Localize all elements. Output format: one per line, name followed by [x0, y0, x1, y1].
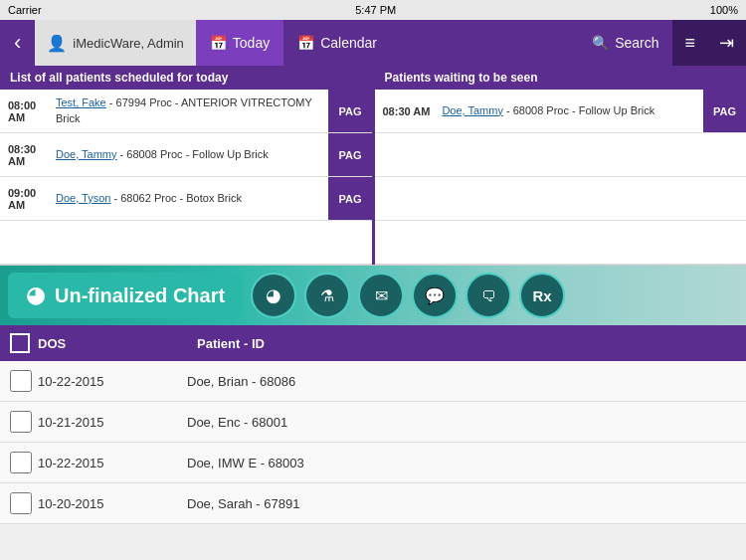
tab-today[interactable]: 📅 Today — [196, 20, 283, 66]
patient-link-2[interactable]: Doe, Tyson — [56, 192, 110, 204]
user-label: iMedicWare, Admin — [73, 36, 184, 51]
row-patient-3: Doe, Sarah - 67891 — [187, 496, 736, 511]
schedule-right-header: Patients waiting to be seen — [375, 66, 747, 90]
row-checkbox-3[interactable] — [10, 492, 32, 514]
chart-icon-message[interactable]: ✉ — [358, 273, 404, 318]
table-row-2: 10-22-2015 Doe, IMW E - 68003 — [0, 443, 746, 483]
chart-icon-chat[interactable]: 💬 — [412, 273, 458, 318]
patient-link-1[interactable]: Doe, Tammy — [56, 148, 117, 160]
search-icon: 🔍 — [592, 35, 609, 51]
pag-button-2[interactable]: PAG — [328, 177, 371, 220]
row-checkbox-0[interactable] — [10, 370, 32, 392]
waiting-item-0: 08:30 AM Doe, Tammy - 68008 Proc - Follo… — [375, 90, 747, 133]
chart-label: ◕ Un-finalized Chart — [8, 273, 243, 318]
row-dos-2: 10-22-2015 — [38, 456, 187, 470]
time-label: 5:47 PM — [355, 4, 396, 16]
row-patient-0: Doe, Brian - 68086 — [187, 374, 736, 389]
row-dos-1: 10-21-2015 — [38, 415, 187, 430]
pag-button-1[interactable]: PAG — [328, 133, 371, 176]
row-patient-2: Doe, IMW E - 68003 — [187, 456, 736, 470]
schedule-left-header: List of all patients scheduled for today — [0, 66, 372, 90]
time-1: 08:30AM — [0, 137, 52, 173]
schedule-item-2: 09:00AM Doe, Tyson - 68062 Proc - Botox … — [0, 177, 372, 221]
chart-icon-row: ◕ ⚗ ✉ 💬 🗨 Rx — [251, 273, 565, 318]
table-header: DOS Patient - ID — [0, 325, 746, 361]
waiting-patient-link-0[interactable]: Doe, Tammy — [442, 104, 503, 116]
chart-pie-icon: ◕ — [26, 282, 45, 308]
chart-bar: ◕ Un-finalized Chart ◕ ⚗ ✉ 💬 🗨 Rx — [0, 266, 746, 325]
header-check — [10, 333, 38, 353]
tab-calendar-label: Calendar — [320, 35, 377, 51]
carrier-label: Carrier — [8, 4, 42, 16]
row-checkbox-1[interactable] — [10, 411, 32, 433]
nav-bar: ‹ 👤 iMedicWare, Admin 📅 Today 📅 Calendar… — [0, 20, 746, 66]
back-button[interactable]: ‹ — [0, 20, 35, 66]
schedule-empty-right-2 — [375, 177, 747, 221]
table-row-1: 10-21-2015 Doe, Enc - 68001 — [0, 402, 746, 443]
schedule-item-1: 08:30AM Doe, Tammy - 68008 Proc - Follow… — [0, 133, 372, 177]
waiting-details-0: Doe, Tammy - 68008 Proc - Follow Up Bric… — [438, 99, 703, 122]
row-dos-0: 10-22-2015 — [38, 374, 187, 389]
tab-today-label: Today — [233, 35, 270, 51]
header-patient: Patient - ID — [197, 336, 736, 351]
battery-label: 100% — [710, 4, 738, 16]
table-row-0: 10-22-2015 Doe, Brian - 68086 — [0, 361, 746, 402]
calendar-icon: 📅 — [297, 35, 314, 51]
table-row-3: 10-20-2015 Doe, Sarah - 67891 — [0, 483, 746, 524]
waiting-time-0: 08:30 AM — [375, 99, 439, 123]
time-2: 09:00AM — [0, 181, 52, 217]
pag-button-0[interactable]: PAG — [328, 90, 371, 132]
user-icon: 👤 — [47, 34, 67, 53]
patient-link-0[interactable]: Test, Fake — [56, 96, 106, 108]
row-checkbox-2[interactable] — [10, 452, 32, 473]
search-area[interactable]: 🔍 Search — [578, 20, 672, 66]
logout-button[interactable]: ⇥ — [707, 20, 746, 66]
details-0: Test, Fake - 67994 Proc - ANTERIOR VITRE… — [52, 92, 328, 130]
tab-calendar[interactable]: 📅 Calendar — [283, 20, 391, 66]
schedule-right-panel: Patients waiting to be seen 08:30 AM Doe… — [375, 66, 747, 265]
user-info: 👤 iMedicWare, Admin — [35, 20, 196, 66]
chart-label-text: Un-finalized Chart — [55, 284, 225, 307]
row-dos-3: 10-20-2015 — [38, 496, 187, 511]
waiting-pag-button-0[interactable]: PAG — [703, 90, 746, 132]
hamburger-button[interactable]: ≡ — [672, 20, 707, 66]
header-dos: DOS — [38, 336, 197, 351]
unfinalized-table: DOS Patient - ID 10-22-2015 Doe, Brian -… — [0, 325, 746, 524]
search-label: Search — [615, 35, 658, 51]
chart-icon-rx[interactable]: Rx — [519, 273, 565, 318]
status-bar: Carrier 5:47 PM 100% — [0, 0, 746, 20]
chart-icon-pie[interactable]: ◕ — [251, 273, 296, 318]
details-1: Doe, Tammy - 68008 Proc - Follow Up Bric… — [52, 143, 328, 166]
schedule-empty-right-1 — [375, 133, 747, 177]
today-icon: 📅 — [210, 35, 227, 51]
chart-icon-comment[interactable]: 🗨 — [466, 273, 511, 318]
details-2: Doe, Tyson - 68062 Proc - Botox Brick — [52, 187, 328, 210]
schedule-left-panel: List of all patients scheduled for today… — [0, 66, 375, 265]
chart-icon-lab[interactable]: ⚗ — [304, 273, 350, 318]
time-0: 08:00AM — [0, 93, 52, 129]
schedule-empty-right-3 — [375, 221, 747, 265]
schedule-area: List of all patients scheduled for today… — [0, 66, 746, 266]
schedule-item-0: 08:00AM Test, Fake - 67994 Proc - ANTERI… — [0, 90, 372, 133]
schedule-empty-left — [0, 221, 372, 265]
row-patient-1: Doe, Enc - 68001 — [187, 415, 736, 430]
